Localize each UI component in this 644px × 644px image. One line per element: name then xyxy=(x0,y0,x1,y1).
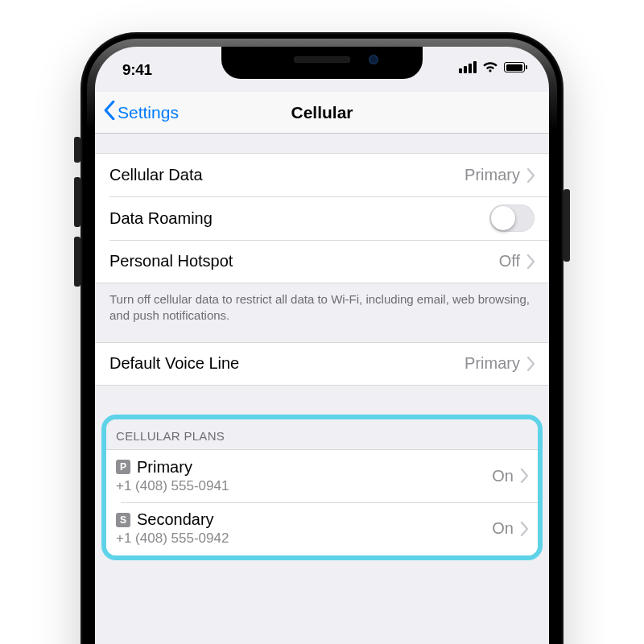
plan-status: On xyxy=(492,467,514,485)
cellular-signal-icon xyxy=(459,61,477,73)
personal-hotspot-value: Off xyxy=(499,252,520,270)
notch xyxy=(221,47,423,79)
plan-badge-icon: P xyxy=(116,460,130,474)
chevron-left-icon xyxy=(103,100,116,124)
volume-down-button xyxy=(74,237,80,287)
volume-up-button xyxy=(74,177,80,227)
data-roaming-toggle[interactable] xyxy=(489,204,535,232)
chevron-right-icon xyxy=(526,357,535,371)
cellular-data-row[interactable]: Cellular Data Primary xyxy=(95,153,549,196)
cellular-plans-header: Cellular Plans xyxy=(106,419,538,449)
status-time: 9:41 xyxy=(122,61,152,79)
battery-icon xyxy=(504,62,525,72)
chevron-right-icon xyxy=(526,254,535,269)
plan-status: On xyxy=(492,519,514,538)
plan-secondary-row[interactable]: S Secondary +1 (408) 555-0942 On xyxy=(106,502,538,555)
plan-name: Primary xyxy=(137,458,192,477)
front-camera-icon xyxy=(369,55,378,64)
phone-frame: 9:41 xyxy=(80,32,564,644)
default-voice-line-label: Default Voice Line xyxy=(109,354,464,373)
default-voice-line-row[interactable]: Default Voice Line Primary xyxy=(95,342,549,386)
data-roaming-label: Data Roaming xyxy=(109,209,489,228)
chevron-right-icon xyxy=(526,168,535,183)
earpiece-speaker xyxy=(294,56,350,63)
back-label: Settings xyxy=(118,103,179,122)
cellular-footer-note: Turn off cellular data to restrict all d… xyxy=(95,283,549,342)
chevron-right-icon xyxy=(520,522,528,536)
chevron-right-icon xyxy=(520,469,528,483)
plan-primary-row[interactable]: P Primary +1 (408) 555-0941 On xyxy=(106,449,538,502)
plan-number: +1 (408) 555-0941 xyxy=(116,478,229,494)
personal-hotspot-row[interactable]: Personal Hotspot Off xyxy=(95,240,549,283)
power-button xyxy=(564,189,570,262)
cellular-data-label: Cellular Data xyxy=(109,166,464,184)
navbar: Settings Cellular xyxy=(95,92,549,134)
default-voice-line-value: Primary xyxy=(464,354,520,373)
cellular-plans-highlight: Cellular Plans P Primary +1 (408) 555-09… xyxy=(101,415,543,560)
plan-number: +1 (408) 555-0942 xyxy=(116,530,229,547)
page-title: Cellular xyxy=(291,103,353,122)
cellular-data-value: Primary xyxy=(464,166,520,184)
wifi-icon xyxy=(482,61,498,73)
back-button[interactable]: Settings xyxy=(103,101,179,124)
plan-name: Secondary xyxy=(137,510,214,529)
mute-switch xyxy=(74,137,80,163)
screen: 9:41 xyxy=(95,47,549,644)
data-roaming-row: Data Roaming xyxy=(95,196,549,240)
personal-hotspot-label: Personal Hotspot xyxy=(109,252,499,270)
plan-badge-icon: S xyxy=(116,513,130,527)
